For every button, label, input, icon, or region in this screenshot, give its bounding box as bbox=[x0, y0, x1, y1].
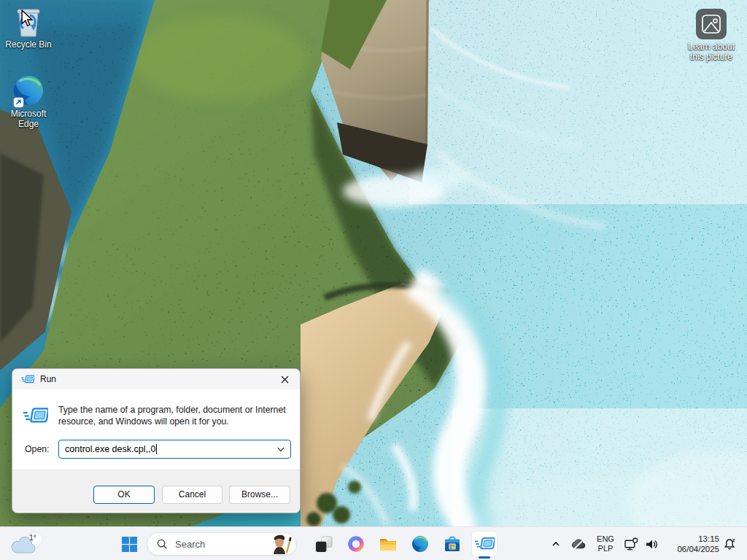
ok-button[interactable]: OK bbox=[93, 486, 155, 504]
windows-logo-icon bbox=[122, 537, 137, 552]
text-caret bbox=[156, 444, 157, 454]
file-explorer-button[interactable] bbox=[375, 531, 401, 557]
microsoft-store-button[interactable] bbox=[439, 531, 465, 557]
edge-taskbar-button[interactable] bbox=[407, 531, 433, 557]
start-button[interactable] bbox=[116, 531, 142, 557]
run-taskbar-button-active[interactable] bbox=[471, 531, 498, 557]
learn-label-line1: Learn about bbox=[688, 42, 735, 52]
tray-date: 06/04/2025 bbox=[677, 544, 719, 554]
edge-label-line1: Microsoft bbox=[11, 109, 47, 119]
taskbar: 1° Search bbox=[0, 526, 747, 560]
desktop-icon-learn-about-picture[interactable]: Learn about this picture bbox=[686, 9, 737, 62]
active-app-indicator bbox=[479, 556, 490, 559]
speaker-icon bbox=[645, 537, 659, 551]
run-dialog-titlebar[interactable]: Run bbox=[12, 369, 300, 389]
task-view-icon bbox=[315, 535, 333, 553]
run-dialog-title: Run bbox=[40, 374, 56, 384]
close-icon bbox=[281, 376, 289, 384]
open-label: Open: bbox=[25, 444, 50, 454]
copilot-button[interactable] bbox=[343, 531, 369, 557]
tray-notifications-button[interactable]: z bbox=[721, 531, 740, 557]
task-view-button[interactable] bbox=[311, 531, 337, 557]
run-app-icon bbox=[21, 375, 34, 384]
language-line1: ENG bbox=[597, 534, 614, 544]
weather-cloud-icon bbox=[9, 531, 47, 557]
picture-frame-icon bbox=[696, 9, 727, 39]
search-icon bbox=[157, 539, 168, 550]
tray-network-button[interactable] bbox=[622, 531, 640, 557]
chevron-down-icon[interactable] bbox=[277, 447, 285, 452]
learn-label: Learn about this picture bbox=[686, 42, 737, 62]
search-highlight-artist-icon bbox=[269, 532, 293, 554]
recycle-bin-label: Recycle Bin bbox=[3, 39, 54, 50]
edge-icon bbox=[411, 534, 430, 553]
edge-label: Microsoft Edge bbox=[3, 109, 54, 129]
tray-clock[interactable]: 13:15 06/04/2025 bbox=[661, 531, 719, 557]
edge-label-line2: Edge bbox=[18, 119, 39, 129]
tray-hidden-icons-button[interactable] bbox=[547, 531, 565, 557]
file-explorer-icon bbox=[379, 534, 398, 553]
microsoft-store-icon bbox=[443, 534, 462, 553]
chevron-up-icon bbox=[550, 538, 562, 550]
bell-snooze-icon: z bbox=[723, 537, 738, 551]
search-box[interactable]: Search bbox=[147, 532, 297, 556]
svg-text:z: z bbox=[732, 537, 735, 542]
search-placeholder: Search bbox=[175, 539, 205, 550]
close-button[interactable] bbox=[269, 369, 300, 389]
desktop: Recycle Bin Microsoft Edge bbox=[0, 0, 747, 560]
open-input[interactable]: control.exe desk.cpl,,0 bbox=[58, 440, 291, 459]
tray-time: 13:15 bbox=[698, 534, 719, 544]
mouse-cursor-icon bbox=[19, 9, 35, 27]
run-window-icon bbox=[475, 537, 495, 551]
run-dialog-message: Type the name of a program, folder, docu… bbox=[58, 404, 289, 427]
weather-widget[interactable]: 1° bbox=[7, 530, 48, 558]
edge-icon bbox=[12, 75, 44, 109]
message-line1: Type the name of a program, folder, docu… bbox=[58, 405, 286, 415]
weather-temperature: 1° bbox=[29, 533, 36, 542]
browse-button[interactable]: Browse... bbox=[229, 486, 290, 504]
learn-label-line2: this picture bbox=[690, 52, 732, 62]
cloud-offline-icon bbox=[571, 537, 587, 552]
desktop-icon-microsoft-edge[interactable]: Microsoft Edge bbox=[3, 75, 54, 129]
language-line2: PLP bbox=[598, 544, 614, 553]
tray-language-indicator[interactable]: ENG PLP bbox=[592, 531, 619, 557]
message-line2: resource, and Windows will open it for y… bbox=[58, 416, 229, 427]
network-ethernet-icon bbox=[624, 537, 638, 551]
run-dialog: Run Type the name of a program, folder, … bbox=[12, 368, 301, 513]
run-window-icon bbox=[23, 407, 48, 425]
open-input-value: control.exe desk.cpl,,0 bbox=[65, 444, 155, 454]
tray-onedrive-button[interactable] bbox=[568, 531, 589, 557]
tray-volume-button[interactable] bbox=[642, 531, 661, 557]
cancel-button[interactable]: Cancel bbox=[162, 486, 222, 504]
copilot-icon bbox=[347, 534, 365, 553]
